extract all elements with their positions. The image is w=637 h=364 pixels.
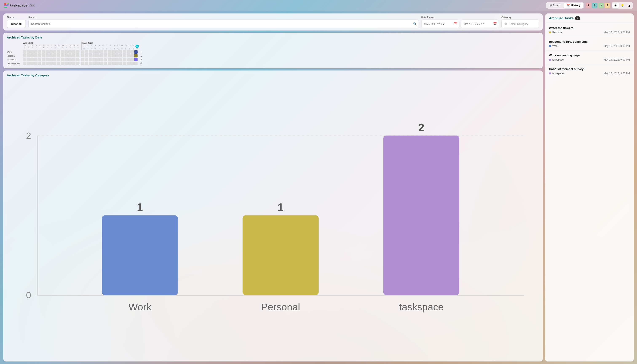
heatmap-cell [72, 58, 75, 61]
category-select[interactable]: Select Category [501, 20, 539, 28]
task-cat-label: taskspace [552, 72, 564, 75]
num-badges: 1 2 3 4 [586, 3, 610, 8]
heatmap-row-label: Personal [7, 55, 22, 57]
heatmap-cell [127, 50, 130, 54]
num-badge-4[interactable]: 4 [604, 3, 610, 8]
heatmap-cell [134, 50, 138, 54]
task-cat-label: taskspace [552, 58, 564, 61]
heatmap-row-count: 2 [139, 58, 142, 61]
heatmap-cell [57, 58, 60, 61]
task-meta: Work May 15, 2023, 9:00 PM [549, 44, 630, 48]
bar-chart-container: 021Work1Personal2taskspace [7, 80, 539, 359]
heatmap-cell [115, 54, 119, 58]
logo-icon [4, 3, 9, 8]
filter-bar: Filters Clear all Search 🔍 Date Range 📅 [3, 14, 543, 30]
task-cat-dot [549, 59, 551, 61]
heatmap-cell [104, 50, 107, 54]
clear-all-button[interactable]: Clear all [7, 20, 26, 28]
may-day-letters: M T W T F S S M T W T F S [82, 48, 139, 50]
heatmap-cell [104, 58, 107, 61]
task-item[interactable]: Work on landing page taskspace May 15, 2… [545, 51, 634, 64]
num-badge-2[interactable]: 2 [592, 3, 597, 8]
apr-label: Apr 2023 [23, 42, 80, 44]
heatmap-row: Work1 [7, 50, 539, 54]
heatmap-cell [34, 54, 38, 58]
date-range-group: Date Range 📅 📅 [421, 16, 499, 28]
light-theme-btn[interactable]: ☀ [612, 2, 619, 8]
search-group: Search 🔍 [29, 16, 419, 28]
nav-tabs: ⊞ Board 📅 History [546, 2, 584, 9]
top-bar: taskspace Beta ⊞ Board 📅 History 1 2 3 [0, 0, 637, 11]
heatmap-cell [46, 50, 49, 54]
task-name: Water the flowers [549, 26, 630, 30]
heatmap-cell [111, 58, 115, 61]
task-time: May 15, 2023, 9:00 PM [604, 58, 630, 61]
task-time: May 15, 2023, 9:08 PM [604, 31, 630, 34]
heatmap-cell [38, 58, 41, 61]
date-range-label: Date Range [421, 16, 499, 18]
history-tab-label: History [571, 4, 580, 7]
heatmap-cell [61, 50, 64, 54]
heatmap-cell [53, 62, 57, 65]
heatmap-cell [130, 54, 134, 58]
heatmap-cell [89, 54, 92, 58]
category-dot [505, 22, 507, 25]
svg-rect-4 [4, 6, 9, 6]
heatmap-cell [100, 54, 103, 58]
heatmap-cell [49, 54, 53, 58]
heatmap-cell [72, 50, 75, 54]
heatmap-cell [85, 50, 88, 54]
task-item[interactable]: Conduct member survey taskspace May 15, … [545, 64, 634, 78]
board-icon: ⊞ [550, 4, 552, 7]
svg-text:Personal: Personal [261, 302, 300, 312]
search-input[interactable] [29, 20, 419, 28]
task-item[interactable]: Respond to RFC comments Work May 15, 202… [545, 37, 634, 51]
svg-rect-1 [7, 3, 7, 4]
heatmap-cell [123, 54, 126, 58]
task-category: taskspace [549, 58, 564, 61]
heatmap-cell [76, 62, 79, 65]
heatmap-cell [89, 62, 92, 65]
heatmap-cell [119, 62, 122, 65]
badge-1-label: 1 [588, 4, 589, 7]
task-item[interactable]: Water the flowers Personal May 15, 2023,… [545, 23, 634, 37]
heatmap-cell [76, 58, 79, 61]
svg-text:0: 0 [26, 290, 31, 300]
badge-2-label: 2 [594, 4, 595, 7]
heatmap-row: Uncategorized0 [7, 62, 539, 65]
heatmap-cell [65, 54, 68, 58]
heatmap-cell [42, 54, 45, 58]
heatmap-cell [30, 62, 34, 65]
num-badge-1[interactable]: 1 [586, 3, 591, 8]
archived-tasks-header: Archived Tasks 4 [545, 14, 634, 23]
heatmap-cell [108, 54, 111, 58]
heatmap-cell [61, 54, 64, 58]
heatmap-cell [46, 58, 49, 61]
task-time: May 15, 2023, 8:53 PM [604, 72, 630, 75]
bulb-theme-btn[interactable]: 💡 [619, 2, 625, 8]
svg-rect-3 [7, 4, 9, 5]
svg-text:Work: Work [128, 302, 151, 312]
dark-theme-btn[interactable]: ◑ [626, 2, 632, 8]
heatmap-cell [85, 62, 88, 65]
history-tab[interactable]: 📅 History [563, 3, 583, 8]
heatmap-cell [23, 62, 26, 65]
svg-rect-5 [4, 7, 7, 8]
heatmap-cell [134, 58, 138, 61]
heatmap-cell [57, 62, 60, 65]
heatmap-cell [46, 62, 49, 65]
heatmap-cell [111, 54, 115, 58]
heatmap-cell [130, 62, 134, 65]
heatmap-cell [27, 62, 30, 65]
num-badge-3[interactable]: 3 [598, 3, 604, 8]
heatmap-cell [134, 54, 138, 58]
archived-by-category-title: Archived Tasks by Category [7, 74, 539, 77]
heatmap-cell [92, 62, 96, 65]
heatmap-cell [119, 50, 122, 54]
heatmap-cell [127, 62, 130, 65]
date-end-wrap: 📅 [461, 20, 499, 28]
heatmap-cell [68, 58, 72, 61]
board-tab[interactable]: ⊞ Board [547, 3, 563, 8]
logo-text: taskspace [10, 3, 27, 8]
heatmap-container: Apr 2023 16 17 18 19 20 21 22 23 24 25 [7, 42, 539, 66]
